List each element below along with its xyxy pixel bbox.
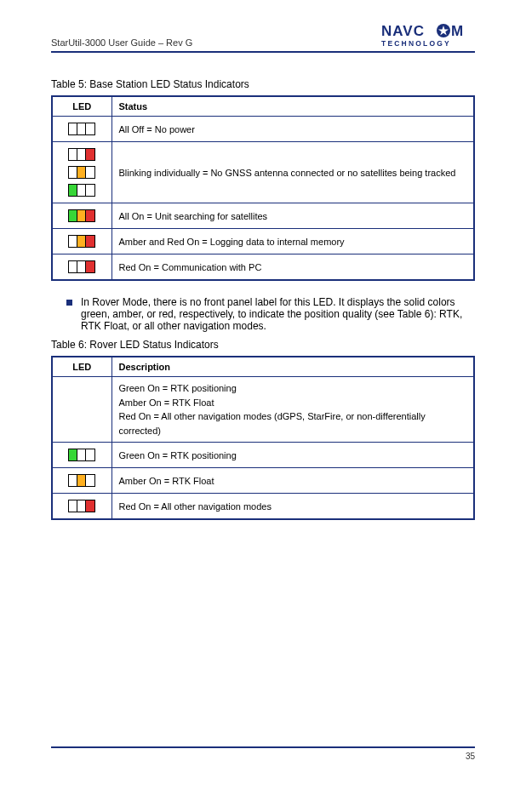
table5-row4-text: Red On = Communication with PC [111, 254, 474, 281]
led-icon [68, 235, 95, 248]
table6: LED Description Green On = RTK positioni… [51, 356, 475, 520]
standalone-text: In Rover Mode, there is no front panel l… [81, 296, 475, 332]
table6-row3-text: Red On = All other navigation modes [111, 494, 474, 520]
led-icon [68, 209, 95, 222]
led-icon [68, 184, 95, 197]
led-icon [68, 260, 95, 273]
table6-row2-text: Amber On = RTK Float [111, 468, 474, 494]
table6-caption: Table 6: Rover LED Status Indicators [51, 339, 475, 351]
table5-row3-text: Amber and Red On = Logging data to inter… [111, 229, 474, 254]
led-icon [68, 123, 95, 135]
table-row: All On = Unit searching for satellites [52, 203, 474, 229]
table-row: Red On = All other navigation modes [52, 494, 474, 520]
table-row: Blinking individually = No GNSS antenna … [52, 142, 474, 203]
bullet-icon [66, 300, 72, 306]
led-icon [68, 474, 95, 487]
navcom-logo: NAVC M TECHNOLOGY [381, 22, 475, 48]
table6-head-desc: Description [111, 357, 474, 377]
doc-title: StarUtil-3000 User Guide – Rev G [51, 37, 192, 48]
led-icon [68, 166, 95, 179]
table5-row1-text: Blinking individually = No GNSS antenna … [111, 142, 474, 203]
led-icon [68, 500, 95, 512]
table6-row0-text: Green On = RTK positioningAmber On = RTK… [111, 377, 474, 443]
table5-row0-text: All Off = No power [111, 117, 474, 142]
table-row: All Off = No power [52, 117, 474, 142]
led-icon [68, 148, 95, 161]
table6-head-led: LED [52, 357, 111, 377]
logo-main-text: NAVC [381, 23, 425, 39]
svg-text:M: M [451, 23, 463, 39]
standalone-note: In Rover Mode, there is no front panel l… [66, 296, 475, 332]
table5-head-led: LED [52, 96, 111, 117]
table5-caption: Table 5: Base Station LED Status Indicat… [51, 78, 475, 90]
table5-head-status: Status [111, 96, 474, 117]
page-footer: 35 [51, 746, 475, 761]
page-header: StarUtil-3000 User Guide – Rev G NAVC M … [51, 22, 475, 53]
table-row: Amber On = RTK Float [52, 468, 474, 494]
table-row: Green On = RTK positioningAmber On = RTK… [52, 377, 474, 443]
table5: LED Status All Off = No power Blinking i… [51, 95, 475, 281]
table6-row1-text: Green On = RTK positioning [111, 443, 474, 468]
logo-sub-text: TECHNOLOGY [381, 39, 451, 48]
table-row: Green On = RTK positioning [52, 443, 474, 468]
table-row: Red On = Communication with PC [52, 254, 474, 281]
table5-row2-text: All On = Unit searching for satellites [111, 203, 474, 229]
page-number: 35 [466, 752, 475, 761]
table-row: Amber and Red On = Logging data to inter… [52, 229, 474, 254]
led-icon [68, 449, 95, 461]
